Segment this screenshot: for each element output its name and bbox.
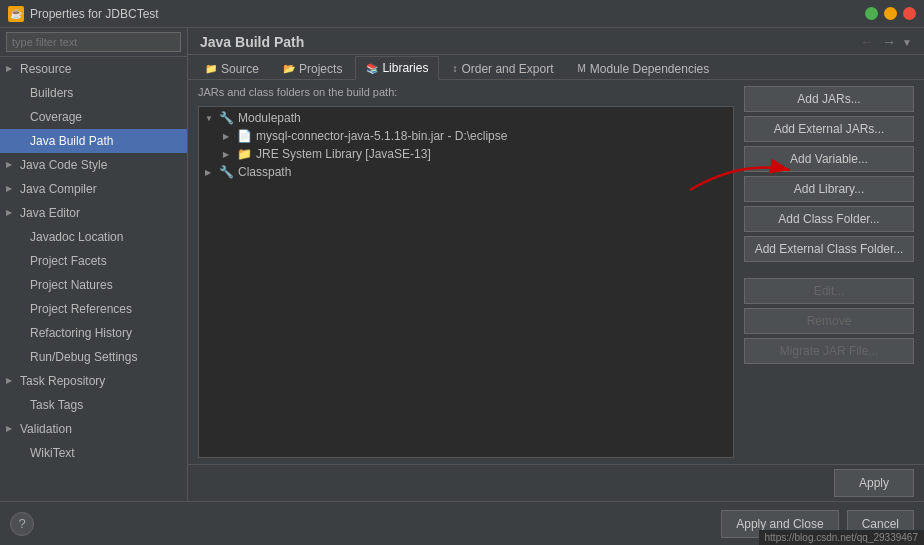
- add-variable-button[interactable]: Add Variable...: [744, 146, 914, 172]
- tree-item-label: Classpath: [238, 165, 291, 179]
- sidebar-item-label: Task Tags: [30, 396, 83, 414]
- filter-input[interactable]: [6, 32, 181, 52]
- tab-projects[interactable]: 📂Projects: [272, 57, 353, 80]
- app-icon: ☕: [8, 6, 24, 22]
- window-title: Properties for JDBCTest: [30, 7, 159, 21]
- nav-back[interactable]: ←: [858, 34, 876, 50]
- add-external-jars-button[interactable]: Add External JARs...: [744, 116, 914, 142]
- add-jars-button[interactable]: Add JARs...: [744, 86, 914, 112]
- sidebar-item-label: Resource: [20, 60, 71, 78]
- title-bar: ☕ Properties for JDBCTest: [0, 0, 924, 28]
- expand-icon: ▶: [6, 180, 16, 198]
- apply-button[interactable]: Apply: [834, 469, 914, 497]
- content-area: Java Build Path ← → ▼ 📁Source📂Projects📚L…: [188, 28, 924, 501]
- sidebar-item-run-debug-settings[interactable]: Run/Debug Settings: [0, 345, 187, 369]
- tree-item-mysql-jar[interactable]: ▶📄mysql-connector-java-5.1.18-bin.jar - …: [201, 127, 731, 145]
- tree-item-icon: 🔧: [219, 111, 234, 125]
- sidebar-item-label: Validation: [20, 420, 72, 438]
- sidebar-item-project-natures[interactable]: Project Natures: [0, 273, 187, 297]
- url-bar: https://blog.csdn.net/qq_29339467: [759, 530, 924, 545]
- maximize-button[interactable]: [865, 7, 878, 20]
- sidebar-item-java-compiler[interactable]: ▶Java Compiler: [0, 177, 187, 201]
- tree-container[interactable]: ▼🔧Modulepath▶📄mysql-connector-java-5.1.1…: [198, 106, 734, 458]
- sidebar-item-label: Coverage: [30, 108, 82, 126]
- sidebar-item-task-tags[interactable]: Task Tags: [0, 393, 187, 417]
- tree-item-classpath[interactable]: ▶🔧Classpath: [201, 163, 731, 181]
- libraries-tab-icon: 📚: [366, 63, 378, 74]
- tabs-bar: 📁Source📂Projects📚Libraries↕Order and Exp…: [188, 55, 924, 80]
- sidebar-item-label: WikiText: [30, 444, 75, 462]
- tab-source[interactable]: 📁Source: [194, 57, 270, 80]
- tree-arrow-icon: ▶: [205, 168, 215, 177]
- sidebar-item-label: Builders: [30, 84, 73, 102]
- nav-forward[interactable]: →: [880, 34, 898, 50]
- projects-tab-label: Projects: [299, 62, 342, 76]
- nav-dropdown[interactable]: ▼: [902, 37, 912, 48]
- tree-arrow-icon: ▶: [223, 132, 233, 141]
- expand-icon: ▶: [6, 372, 16, 390]
- buttons-panel: Add JARs...Add External JARs...Add Varia…: [744, 86, 914, 458]
- sidebar-item-label: Task Repository: [20, 372, 105, 390]
- sidebar-item-label: Javadoc Location: [30, 228, 123, 246]
- sidebar-item-project-references[interactable]: Project References: [0, 297, 187, 321]
- sidebar-item-refactoring-history[interactable]: Refactoring History: [0, 321, 187, 345]
- tree-item-label: Modulepath: [238, 111, 301, 125]
- sidebar-item-java-editor[interactable]: ▶Java Editor: [0, 201, 187, 225]
- sidebar-item-java-code-style[interactable]: ▶Java Code Style: [0, 153, 187, 177]
- help-button[interactable]: ?: [10, 512, 34, 536]
- sidebar-item-validation[interactable]: ▶Validation: [0, 417, 187, 441]
- sidebar-item-builders[interactable]: Builders: [0, 81, 187, 105]
- description-text: JARs and class folders on the build path…: [198, 86, 734, 98]
- close-button[interactable]: [903, 7, 916, 20]
- remove-button: Remove: [744, 308, 914, 334]
- source-tab-label: Source: [221, 62, 259, 76]
- sidebar-item-wikitext[interactable]: WikiText: [0, 441, 187, 465]
- page-title: Java Build Path: [200, 34, 304, 50]
- tree-arrow-icon: ▶: [223, 150, 233, 159]
- add-library-button[interactable]: Add Library...: [744, 176, 914, 202]
- tab-module-dependencies[interactable]: MModule Dependencies: [566, 57, 720, 80]
- sidebar-item-label: Java Code Style: [20, 156, 107, 174]
- sidebar-item-label: Java Build Path: [30, 132, 113, 150]
- sidebar-item-project-facets[interactable]: Project Facets: [0, 249, 187, 273]
- expand-icon: ▶: [6, 60, 16, 78]
- libraries-tab-label: Libraries: [382, 61, 428, 75]
- sidebar-item-label: Refactoring History: [30, 324, 132, 342]
- expand-icon: ▶: [6, 420, 16, 438]
- sidebar-item-label: Java Editor: [20, 204, 80, 222]
- add-external-class-folder-button[interactable]: Add External Class Folder...: [744, 236, 914, 262]
- sidebar-item-coverage[interactable]: Coverage: [0, 105, 187, 129]
- button-spacer: [744, 266, 914, 274]
- tree-item-jre-library[interactable]: ▶📁JRE System Library [JavaSE-13]: [201, 145, 731, 163]
- tab-libraries[interactable]: 📚Libraries: [355, 56, 439, 80]
- tree-arrow-icon: ▼: [205, 114, 215, 123]
- nav-arrows: ← → ▼: [858, 34, 912, 50]
- sidebar-item-javadoc-location[interactable]: Javadoc Location: [0, 225, 187, 249]
- add-class-folder-button[interactable]: Add Class Folder...: [744, 206, 914, 232]
- sidebar-item-label: Run/Debug Settings: [30, 348, 137, 366]
- sidebar: ▶ResourceBuildersCoverageJava Build Path…: [0, 28, 188, 501]
- apply-row: Apply: [188, 464, 924, 501]
- expand-icon: ▶: [6, 204, 16, 222]
- window-controls: [865, 7, 916, 20]
- sidebar-item-task-repository[interactable]: ▶Task Repository: [0, 369, 187, 393]
- tree-panel: JARs and class folders on the build path…: [198, 86, 734, 458]
- expand-icon: ▶: [6, 156, 16, 174]
- sidebar-item-label: Project Facets: [30, 252, 107, 270]
- sidebar-item-resource[interactable]: ▶Resource: [0, 57, 187, 81]
- module-dependencies-tab-label: Module Dependencies: [590, 62, 709, 76]
- tree-item-modulepath[interactable]: ▼🔧Modulepath: [201, 109, 731, 127]
- content-body: JARs and class folders on the build path…: [188, 80, 924, 464]
- tab-order-export[interactable]: ↕Order and Export: [441, 57, 564, 80]
- order-export-tab-icon: ↕: [452, 63, 457, 74]
- filter-box: [0, 28, 187, 57]
- edit-button: Edit...: [744, 278, 914, 304]
- sidebar-item-java-build-path[interactable]: Java Build Path: [0, 129, 187, 153]
- migrate-jar-button: Migrate JAR File...: [744, 338, 914, 364]
- source-tab-icon: 📁: [205, 63, 217, 74]
- tree-item-label: mysql-connector-java-5.1.18-bin.jar - D:…: [256, 129, 507, 143]
- minimize-button[interactable]: [884, 7, 897, 20]
- module-dependencies-tab-icon: M: [577, 63, 585, 74]
- sidebar-item-label: Project References: [30, 300, 132, 318]
- order-export-tab-label: Order and Export: [461, 62, 553, 76]
